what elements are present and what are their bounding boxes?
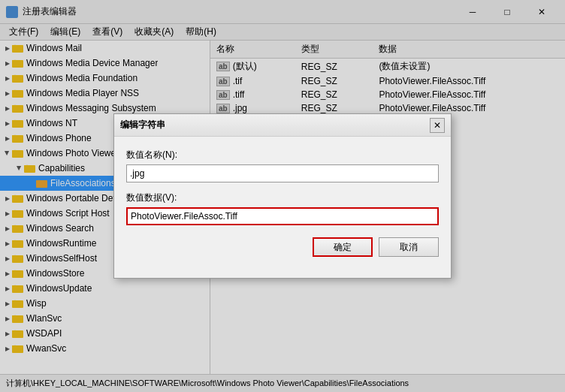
dialog-buttons: 确定 取消: [126, 237, 439, 257]
cancel-button[interactable]: 取消: [379, 237, 439, 257]
dialog-body: 数值名称(N): 数值数据(V): 确定 取消: [114, 137, 451, 269]
field-name-input[interactable]: [126, 164, 439, 182]
dialog-title-bar: 编辑字符串 ✕: [114, 114, 451, 137]
field-data-label: 数值数据(V):: [126, 191, 439, 204]
field-data-input[interactable]: [126, 207, 439, 225]
edit-string-dialog: 编辑字符串 ✕ 数值名称(N): 数值数据(V): 确定 取消: [113, 113, 452, 279]
modal-overlay: 编辑字符串 ✕ 数值名称(N): 数值数据(V): 确定 取消: [0, 0, 565, 392]
dialog-close-button[interactable]: ✕: [430, 118, 445, 133]
confirm-button[interactable]: 确定: [313, 237, 373, 257]
dialog-title: 编辑字符串: [120, 119, 430, 131]
field-name-label: 数值名称(N):: [126, 149, 439, 161]
